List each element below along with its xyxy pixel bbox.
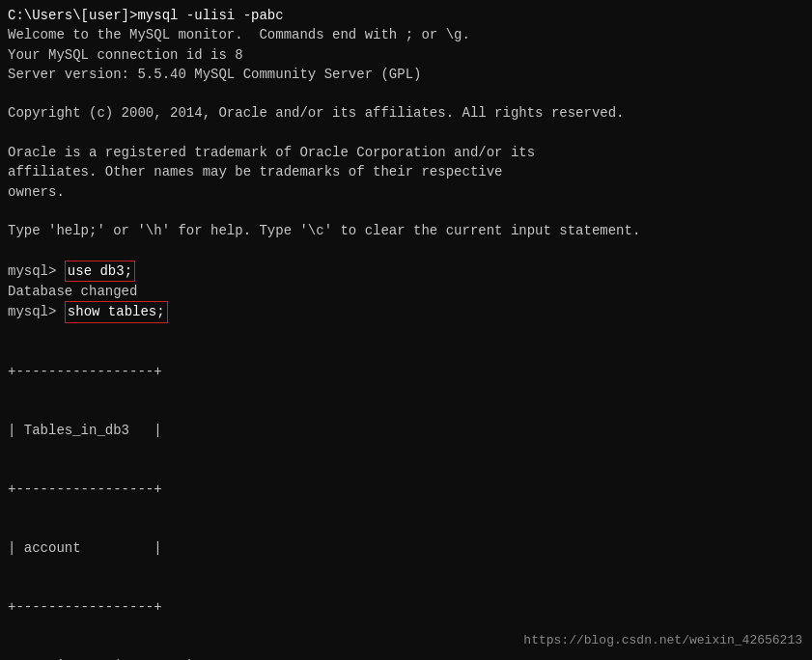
- row-count-1: 1 row in set (0.00 sec): [8, 656, 804, 660]
- terminal-window: C:\Users\[user]>mysql -ulisi -pabc Welco…: [0, 0, 812, 660]
- table-border-mid: +-----------------+: [8, 480, 804, 499]
- help-hint-line: Type 'help;' or '\h' for help. Type '\c'…: [8, 221, 804, 240]
- watermark-text: https://blog.csdn.net/weixin_42656213: [523, 632, 802, 650]
- command-show-tables: show tables;: [65, 301, 168, 322]
- copyright-line-2: Oracle is a registered trademark of Orac…: [8, 143, 804, 162]
- table-data-row-1: | account |: [8, 538, 804, 558]
- welcome-line-2: Your MySQL connection id is 8: [8, 45, 804, 65]
- welcome-line-1: Welcome to the MySQL monitor. Commands e…: [8, 25, 804, 44]
- mysql-prompt-1: mysql>: [8, 261, 56, 281]
- table-border-top: +-----------------+: [8, 362, 804, 381]
- welcome-line-3: Server version: 5.5.40 MySQL Community S…: [8, 65, 804, 84]
- table-header-row: | Tables_in_db3 |: [8, 421, 804, 440]
- prompt-line-1: mysql> use db3;: [8, 261, 804, 282]
- mysql-prompt-2: mysql>: [8, 302, 56, 321]
- command-use-db3: use db3;: [65, 261, 135, 282]
- copyright-line-3: affiliates. Other names may be trademark…: [8, 162, 804, 181]
- tables-result: +-----------------+ | Tables_in_db3 | +-…: [8, 323, 804, 656]
- cmd-prompt-line: C:\Users\[user]>mysql -ulisi -pabc: [8, 6, 804, 25]
- table-border-bot: +-----------------+: [8, 597, 804, 617]
- copyright-line-1: Copyright (c) 2000, 2014, Oracle and/or …: [8, 103, 804, 123]
- prompt-line-2: mysql> show tables;: [8, 301, 804, 322]
- db-changed-line: Database changed: [8, 282, 804, 301]
- copyright-line-4: owners.: [8, 182, 804, 202]
